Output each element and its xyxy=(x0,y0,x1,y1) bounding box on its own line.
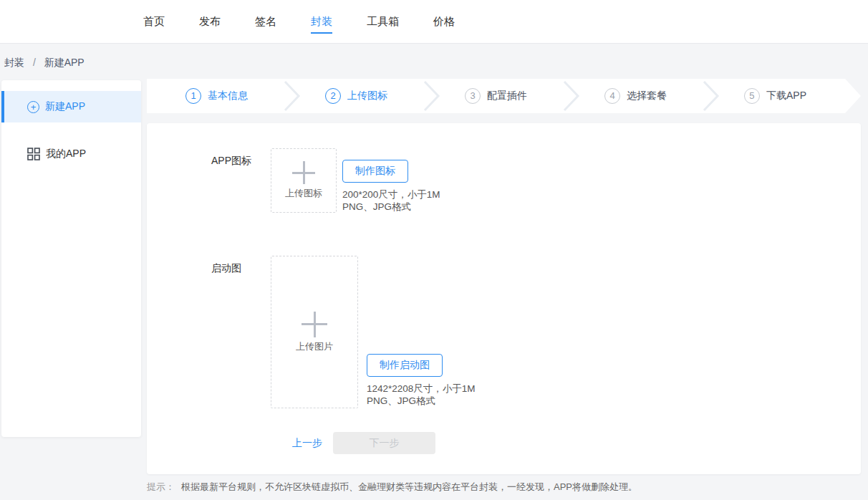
breadcrumb-section[interactable]: 封装 xyxy=(4,57,24,68)
step-number: 3 xyxy=(465,88,481,104)
tip-prefix: 提示： xyxy=(147,481,175,492)
plus-circle-icon: + xyxy=(27,101,39,113)
splash-label: 启动图 xyxy=(211,256,271,275)
nav-item-toolbox[interactable]: 工具箱 xyxy=(367,15,399,29)
step-3-configure-plugins: 3 配置插件 xyxy=(426,79,566,113)
step-5-download-app: 5 下载APP xyxy=(705,79,845,113)
nav-item-publish[interactable]: 发布 xyxy=(199,15,221,29)
sidebar-item-new-app[interactable]: + 新建APP xyxy=(1,91,141,122)
nav-item-package[interactable]: 封装 xyxy=(311,15,332,34)
breadcrumb-current: 新建APP xyxy=(44,57,85,68)
app-icon-side: 制作图标 200*200尺寸，小于1M PNG、JPG格式 xyxy=(342,160,440,213)
step-2-upload-icon: 2 上传图标 xyxy=(286,79,426,113)
nav-item-price[interactable]: 价格 xyxy=(433,15,455,29)
chevron-separator-icon xyxy=(562,79,581,113)
step-label: 配置插件 xyxy=(487,90,527,102)
make-icon-button[interactable]: 制作图标 xyxy=(342,160,408,183)
app-icon-hint: 200*200尺寸，小于1M PNG、JPG格式 xyxy=(342,188,440,213)
breadcrumb-separator: / xyxy=(33,57,36,68)
steps-bar: 1 基本信息 2 上传图标 3 配置插件 4 选择套餐 5 下载APP xyxy=(147,79,861,113)
sidebar-item-my-apps[interactable]: 我的APP xyxy=(1,138,141,170)
upload-icon-text: 上传图标 xyxy=(285,187,322,200)
step-label: 下载APP xyxy=(766,90,806,102)
breadcrumb: 封装 / 新建APP xyxy=(4,57,85,69)
footer-tip: 提示：根据最新平台规则，不允许区块链虚拟币、金融理财类等违规内容在平台封装，一经… xyxy=(147,481,637,494)
step-number: 1 xyxy=(185,88,201,104)
chevron-separator-icon xyxy=(702,79,720,113)
make-splash-button[interactable]: 制作启动图 xyxy=(367,354,443,377)
step-label: 上传图标 xyxy=(347,90,387,102)
splash-side: 制作启动图 1242*2208尺寸，小于1M PNG、JPG格式 xyxy=(367,354,476,407)
step-number: 2 xyxy=(325,88,341,104)
app-icon-field: APP图标 上传图标 制作图标 200*200尺寸，小于1M PNG、JPG格式 xyxy=(211,148,861,213)
nav-item-sign[interactable]: 签名 xyxy=(255,15,276,29)
wizard-actions: 上一步 下一步 xyxy=(292,432,861,454)
sidebar-item-label: 我的APP xyxy=(46,148,86,160)
step-label: 选择套餐 xyxy=(627,90,667,102)
nav-item-home[interactable]: 首页 xyxy=(143,15,165,29)
chevron-separator-icon xyxy=(423,79,441,113)
app-icon-label: APP图标 xyxy=(211,148,271,168)
tip-text: 根据最新平台规则，不允许区块链虚拟币、金融理财类等违规内容在平台封装，一经发现，… xyxy=(181,481,637,492)
upload-image-text: 上传图片 xyxy=(296,340,333,353)
grid-icon xyxy=(27,148,40,160)
step-1-basic-info: 1 基本信息 xyxy=(147,79,286,113)
sidebar-item-label: 新建APP xyxy=(45,100,85,113)
hint-format: PNG、JPG格式 xyxy=(342,201,440,213)
prev-step-link[interactable]: 上一步 xyxy=(292,437,322,450)
top-nav: 首页 发布 签名 封装 工具箱 价格 xyxy=(0,0,868,44)
app-icon-upload-box[interactable]: 上传图标 xyxy=(271,148,337,213)
step-4-select-plan: 4 选择套餐 xyxy=(566,79,705,113)
plus-icon xyxy=(292,161,315,184)
splash-image-field: 启动图 上传图片 制作启动图 1242*2208尺寸，小于1M PNG、JPG格… xyxy=(211,256,861,408)
next-step-button[interactable]: 下一步 xyxy=(333,432,435,454)
chevron-separator-icon xyxy=(283,79,302,113)
step-label: 基本信息 xyxy=(208,90,248,102)
step-number: 5 xyxy=(744,88,760,104)
content-panel: APP图标 上传图标 制作图标 200*200尺寸，小于1M PNG、JPG格式… xyxy=(147,123,861,474)
sidebar: + 新建APP 我的APP xyxy=(1,80,141,437)
splash-hint: 1242*2208尺寸，小于1M PNG、JPG格式 xyxy=(367,383,476,407)
plus-icon xyxy=(302,312,327,337)
step-number: 4 xyxy=(604,88,620,104)
hint-size: 200*200尺寸，小于1M xyxy=(342,188,440,201)
hint-format: PNG、JPG格式 xyxy=(367,395,476,407)
splash-upload-box[interactable]: 上传图片 xyxy=(271,256,358,408)
hint-size: 1242*2208尺寸，小于1M xyxy=(367,383,476,395)
